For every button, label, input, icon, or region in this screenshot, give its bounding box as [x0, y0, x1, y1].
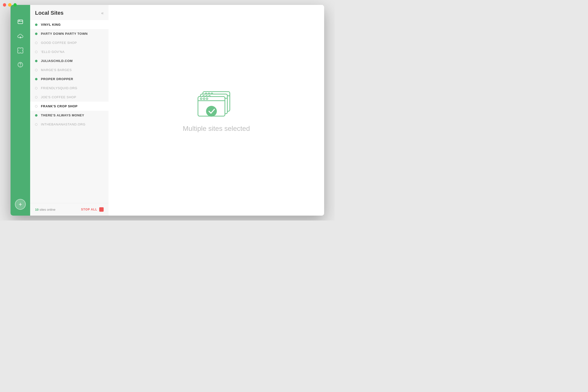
site-name: PROPER DROPPER	[41, 77, 73, 81]
online-count-number: 10	[35, 208, 38, 212]
title-bar	[10, 5, 20, 10]
site-status-dot	[35, 87, 38, 90]
list-item[interactable]: FRANK'S CROP SHOP	[30, 102, 108, 111]
list-item[interactable]: THERE'S ALWAYS MONEY	[30, 111, 108, 120]
site-status-dot	[35, 114, 38, 116]
page-title: Local Sites	[35, 10, 64, 16]
site-status-dot	[35, 123, 38, 126]
list-item[interactable]: VINYL KING	[30, 20, 108, 29]
site-status-dot	[35, 51, 38, 53]
app-window: + Local Sites « VINYL KINGPARTY DOWN PAR…	[10, 5, 324, 216]
sites-panel: Local Sites « VINYL KINGPARTY DOWN PARTY…	[30, 5, 108, 216]
sites-online-count: 10 sites online	[35, 208, 55, 212]
site-name: THERE'S ALWAYS MONEY	[41, 114, 84, 117]
list-item[interactable]: PARTY DOWN PARTY TOWN	[30, 29, 108, 38]
site-status-dot	[35, 60, 38, 62]
list-item[interactable]: MARGE'S BARGES	[30, 66, 108, 74]
sites-list: VINYL KINGPARTY DOWN PARTY TOWNGOOD COFF…	[30, 20, 108, 203]
green-sidebar: +	[10, 5, 30, 216]
svg-point-5	[20, 66, 20, 66]
plus-icon: +	[18, 201, 22, 208]
site-name: MARGE'S BARGES	[41, 68, 72, 72]
list-item[interactable]: JULIASCHILD.COM	[30, 56, 108, 66]
site-name: PARTY DOWN PARTY TOWN	[41, 32, 88, 36]
multiple-sites-icon	[197, 88, 236, 120]
site-name: INTHEBANANASTAND.ORG	[41, 122, 86, 126]
online-count-label: sites online	[40, 208, 55, 212]
maximize-button[interactable]	[14, 5, 17, 6]
stop-all-label: STOP ALL	[81, 208, 97, 211]
svg-rect-0	[18, 20, 23, 24]
main-content: Multiple sites selected	[108, 5, 324, 216]
list-item[interactable]: FRIENDLYSQUID.ORG	[30, 84, 108, 92]
site-status-dot	[35, 105, 38, 108]
site-status-dot	[35, 96, 38, 98]
collapse-button[interactable]: «	[101, 10, 104, 16]
sidebar-item-sites[interactable]	[16, 17, 25, 27]
list-item[interactable]: INTHEBANANASTAND.ORG	[30, 120, 108, 129]
stop-all-area[interactable]: STOP ALL	[81, 207, 104, 212]
stop-all-button[interactable]	[99, 207, 104, 212]
site-name: VINYL KING	[41, 23, 61, 26]
list-item[interactable]: 'ELLO GOV'NA	[30, 47, 108, 56]
minimize-button[interactable]	[10, 5, 12, 6]
site-name: 'ELLO GOV'NA	[41, 50, 65, 54]
add-site-button[interactable]: +	[15, 199, 26, 210]
site-status-dot	[35, 42, 38, 44]
svg-point-21	[206, 106, 217, 116]
list-item[interactable]: GOOD COFFEE SHOP	[30, 38, 108, 47]
site-status-dot	[35, 78, 38, 80]
site-name: JOE'S COFFEE SHOP	[41, 95, 76, 99]
sidebar-item-extensions[interactable]	[16, 46, 25, 55]
list-item[interactable]: PROPER DROPPER	[30, 74, 108, 84]
sites-panel-footer: 10 sites online STOP ALL	[30, 203, 108, 216]
site-status-dot	[35, 24, 38, 26]
site-name: GOOD COFFEE SHOP	[41, 41, 77, 44]
site-name: FRANK'S CROP SHOP	[41, 104, 78, 108]
site-status-dot	[35, 32, 38, 35]
multiple-sites-label: Multiple sites selected	[183, 125, 250, 132]
sidebar-item-cloud[interactable]	[16, 31, 25, 41]
site-name: JULIASCHILD.COM	[41, 59, 73, 63]
site-status-dot	[35, 69, 38, 71]
list-item[interactable]: JOE'S COFFEE SHOP	[30, 92, 108, 102]
site-name: FRIENDLYSQUID.ORG	[41, 86, 78, 90]
sites-panel-header: Local Sites «	[30, 5, 108, 20]
sidebar-item-help[interactable]	[16, 60, 25, 70]
